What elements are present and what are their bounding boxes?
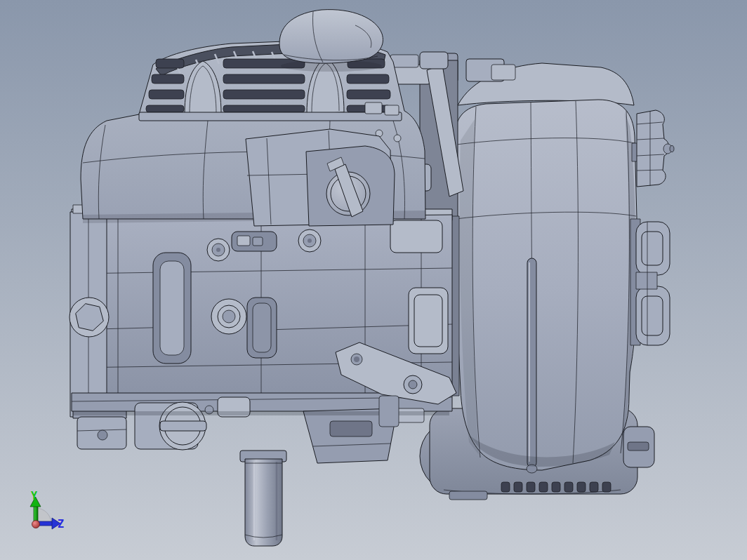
knob-waist <box>636 272 657 289</box>
shroud-ledge <box>139 112 402 121</box>
tank-top-block-2 <box>491 65 515 80</box>
control-block <box>390 55 418 67</box>
z-axis-label: Z <box>58 518 64 531</box>
fuel-line-end <box>527 465 537 473</box>
muffler-bracket-slot <box>628 442 649 451</box>
bearing-boss <box>211 299 246 334</box>
bolt-boss <box>207 239 230 261</box>
y-axis-label: Y <box>31 490 37 502</box>
knob-upper-lobe[interactable] <box>636 222 670 275</box>
oil-filler-cap[interactable] <box>306 146 395 226</box>
bolt-boss <box>298 229 321 252</box>
fuel-line[interactable] <box>527 258 536 467</box>
crankcase-rib <box>160 261 184 355</box>
knob-lower-lobe[interactable] <box>636 286 670 345</box>
fuel-tank-front-face[interactable] <box>455 100 637 470</box>
foot-bolt <box>98 430 107 440</box>
cad-viewport[interactable]: Y Z <box>0 0 747 560</box>
output-shaft[interactable] <box>240 451 286 546</box>
crankcase-pad <box>390 220 442 253</box>
dipstick-handle[interactable] <box>420 52 448 69</box>
oil-drain-cap-slot <box>160 421 206 431</box>
muffler-foot <box>449 491 487 500</box>
x-axis-ball <box>32 521 40 528</box>
shroud-screw-2 <box>394 135 401 142</box>
muffler-vent-slots <box>501 482 611 492</box>
model-canvas[interactable]: Y Z <box>0 0 747 560</box>
arm-support <box>379 396 399 427</box>
